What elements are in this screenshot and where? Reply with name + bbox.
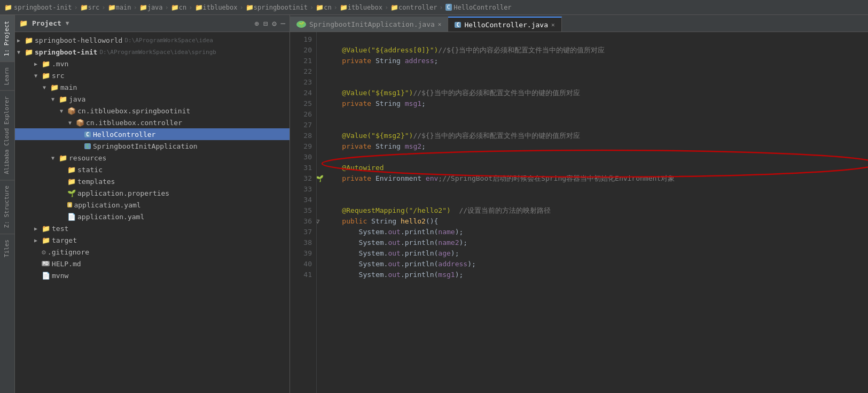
tree-item-package-springbootinit[interactable]: ▼ 📦 cn.itbluebox.springbootinit (15, 105, 290, 117)
tree-item-springboot-init[interactable]: ▼ 📁 springboot-init D:\AProgramWorkSpace… (15, 46, 290, 58)
tree-item-mvnw[interactable]: 📄 mvnw (15, 269, 290, 281)
tree-item-help-md[interactable]: MD HELP.md (15, 258, 290, 269)
path-label: D:\AProgramWorkSpace\idea (124, 37, 213, 44)
folder-icon: 📁 (67, 166, 76, 174)
breadcrumb-item[interactable]: cn (179, 4, 186, 11)
tab-springboot-app[interactable]: 🌱 SpringbootInitApplication.java ✕ (290, 17, 448, 32)
tree-item-hello-controller[interactable]: C HelloController (15, 128, 290, 140)
line-numbers: 19 20 21 22 23 24 25 26 27 28 29 30 31 3… (290, 32, 317, 393)
code-line-37: System.out.println(name); (325, 227, 868, 237)
path-label: D:\AProgramWorkSpace\idea\springb (99, 49, 216, 56)
breadcrumb-folder-icon: 📁 (390, 4, 398, 11)
code-line-32: 🌱 private Environment env;//SpringBoot启动… (325, 173, 868, 184)
tree-item-src[interactable]: ▼ 📁 src (15, 70, 290, 81)
tree-item-main[interactable]: ▼ 📁 main (15, 81, 290, 93)
code-line-41: System.out.println(msg1); (325, 269, 868, 280)
gutter-collapse-icon: ▽ (317, 216, 319, 227)
tree-item-app-yaml2[interactable]: 📄 application.yaml (15, 211, 290, 222)
code-line-27 (325, 120, 868, 130)
tree-item-package-controller[interactable]: ▼ 📦 cn.itbluebox.controller (15, 117, 290, 128)
md-icon: MD (42, 261, 50, 266)
breadcrumb-item[interactable]: itbluebox (203, 4, 238, 11)
breadcrumb-item[interactable]: controller (398, 4, 437, 11)
breadcrumb-item[interactable]: springboot-init (14, 4, 72, 11)
breadcrumb-item[interactable]: itbluebox (348, 4, 382, 11)
project-header: 📁 Project ▼ ⊕ ⊟ ⚙ ─ (15, 15, 290, 32)
tree-label: cn.itbluebox.controller (86, 119, 182, 127)
tree-label: src (52, 72, 64, 80)
sidebar-tabs: 1: Project Learn Alibaba Cloud Explorer … (0, 15, 15, 393)
breadcrumb-item[interactable]: cn (324, 4, 331, 11)
breadcrumb-folder-icon: 📁 (246, 4, 254, 11)
tree-item-static[interactable]: 📁 static (15, 164, 290, 175)
code-line-25: private String msg1; (325, 98, 868, 109)
folder-icon: 📁 (42, 72, 50, 80)
tree-label: target (52, 236, 77, 244)
code-line-35: @RequestMapping("/hello2") //设置当前的方法的映射路… (325, 205, 868, 216)
editor-tabs: 🌱 SpringbootInitApplication.java ✕ C Hel… (290, 15, 868, 32)
file-tree: ▶ 📁 springboot-helloworld D:\AProgramWor… (15, 32, 290, 393)
breadcrumb-item[interactable]: main (116, 4, 131, 11)
sidebar-tab-learn[interactable]: Learn (0, 61, 14, 90)
tab-hello-controller[interactable]: C HelloController.java ✕ (448, 17, 561, 32)
spring-icon: 🌱 (67, 189, 76, 197)
tree-item-target[interactable]: ▶ 📁 target (15, 234, 290, 246)
code-line-34 (325, 195, 868, 205)
dropdown-icon[interactable]: ▼ (66, 20, 69, 27)
tree-label: static (77, 166, 103, 174)
code-line-36: ▽ public String hello2(){ (325, 216, 868, 227)
spring-tab-icon: 🌱 (296, 21, 306, 28)
tree-item-helloworld[interactable]: ▶ 📁 springboot-helloworld D:\AProgramWor… (15, 34, 290, 46)
settings-icon[interactable]: ⚙ (272, 19, 276, 28)
breadcrumb-item[interactable]: src (88, 4, 100, 11)
tab-close-icon[interactable]: ✕ (551, 21, 555, 28)
add-icon[interactable]: ⊕ (254, 19, 259, 28)
tab-label: HelloController.java (464, 21, 548, 29)
file-icon: 📄 (67, 213, 76, 221)
tab-label: SpringbootInitApplication.java (309, 20, 435, 28)
folder-icon: 📁 (67, 178, 76, 186)
folder-icon: 📁 (50, 83, 59, 91)
tree-item-resources[interactable]: ▼ 📁 resources (15, 152, 290, 164)
breadcrumb-folder-icon: 📁 (171, 4, 179, 11)
close-icon[interactable]: ─ (281, 19, 285, 28)
tree-item-templates[interactable]: 📁 templates (15, 175, 290, 187)
tree-item-app-properties[interactable]: 🌱 application.properties (15, 187, 290, 199)
sidebar-tab-alibaba[interactable]: Alibaba Cloud Explorer (0, 90, 14, 180)
tree-item-gitignore[interactable]: ⚙ .gitignore (15, 246, 290, 258)
tree-label: test (52, 225, 68, 233)
breadcrumb-item[interactable]: java (147, 4, 163, 11)
code-content[interactable]: @Value("${address[0]}")//${}当中的内容必须和配置文件… (317, 32, 868, 393)
tree-item-java[interactable]: ▼ 📁 java (15, 93, 290, 105)
breadcrumb: 📁 springboot-init › 📁 src › 📁 main › 📁 j… (0, 0, 868, 15)
tree-label: HELP.md (52, 260, 81, 268)
tree-item-mvn[interactable]: ▶ 📁 .mvn (15, 58, 290, 70)
sidebar-tab-tiles[interactable]: Tiles (0, 234, 14, 263)
sidebar-tab-structure[interactable]: Z: Structure (0, 180, 14, 233)
code-line-28: @Value("${msg2}")//${}当中的内容必须和配置文件当中的键的值… (325, 130, 868, 141)
sidebar-tab-project[interactable]: 1: Project (0, 15, 14, 61)
breadcrumb-folder-icon: 📁 (108, 4, 116, 11)
tree-label: HelloController (93, 130, 155, 138)
breadcrumb-folder-icon: 📁 (316, 4, 324, 11)
tree-item-test[interactable]: ▶ 📁 test (15, 222, 290, 234)
code-editor: 19 20 21 22 23 24 25 26 27 28 29 30 31 3… (290, 32, 868, 393)
project-title: Project (32, 19, 61, 27)
git-icon: ⚙ (42, 248, 46, 256)
spring-class-icon: C (84, 143, 91, 149)
breadcrumb-item[interactable]: springbootinit (254, 4, 308, 11)
folder-orange-icon: 📁 (42, 236, 50, 244)
tree-item-springboot-app[interactable]: C SpringbootInitApplication (15, 140, 290, 152)
breadcrumb-class-name[interactable]: HelloController (453, 4, 511, 11)
tree-label: cn.itbluebox.springbootinit (77, 107, 190, 115)
project-panel: 📁 Project ▼ ⊕ ⊟ ⚙ ─ ▶ 📁 springboot-hello… (15, 15, 290, 393)
class-tab-icon: C (455, 22, 461, 28)
tree-label: application.yaml (74, 201, 140, 209)
class-icon: C (84, 132, 91, 137)
tab-close-icon[interactable]: ✕ (438, 21, 442, 28)
code-line-26 (325, 109, 868, 120)
tree-label: application.yaml (77, 213, 144, 221)
tree-label: .mvn (52, 60, 68, 68)
tree-item-app-yaml1[interactable]: ≡ application.yaml (15, 199, 290, 211)
collapse-icon[interactable]: ⊟ (263, 19, 268, 28)
